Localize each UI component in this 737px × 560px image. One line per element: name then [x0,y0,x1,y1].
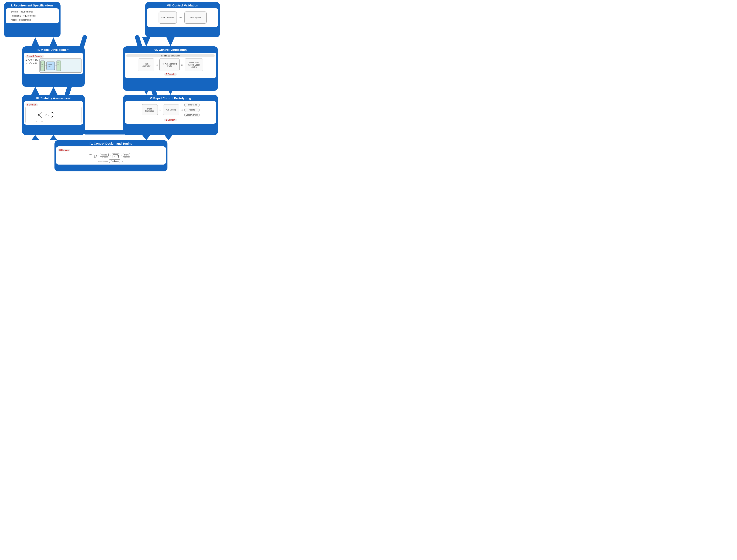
ctrl-output-label: Ctrl output [101,157,107,158]
section-control-verification: VI. Control Verification RT HIL co-simul… [123,46,218,91]
svg-point-39 [48,115,48,115]
svg-text:in 1: in 1 [41,62,43,63]
sec5-local-control: Local Control [184,113,199,117]
sec7-plant-controller: Plant Controller [159,11,177,24]
arrow1: → [97,154,99,157]
section-requirement-specs: I. Requirement Specifications System Req… [4,2,60,37]
sec5-assets: Assets [184,108,199,112]
ref-label: Ref. [89,154,92,155]
svg-text:Model: Model [48,66,50,67]
sec5-ict-models: ICT Models [163,104,179,115]
sec7-content: Plant Controller ⇔ Real System [147,8,218,27]
svg-rect-20 [47,62,55,70]
svg-marker-5 [49,135,57,140]
svg-text:in n: in n [41,66,43,67]
sec5-domain: Z Domain [164,119,177,121]
model-diagram-svg: in 1 in 2 in n System Model out 1 out 2 [40,59,81,73]
sec7-arrow: ⇔ [179,16,182,19]
sec2-title: II. Model Development [22,46,85,53]
sec5-arrow1: ⇔ [159,108,162,112]
req-item-2: Functional Requirements [11,14,57,18]
sec7-diagram: Plant Controller ⇔ Real System [148,10,217,25]
svg-point-32 [39,114,40,115]
control-diagram: Ref. → Σ → Control Ctrl output → [58,152,164,159]
feedback-block: Feedback [109,159,120,163]
svg-marker-3 [49,87,57,95]
delay-block: e⁻ˢᵀ [113,154,119,158]
sec6-arrow1: ⇔ [155,63,158,67]
sec1-title: I. Requirement Specifications [4,2,60,8]
svg-point-44 [53,113,53,114]
sec3-domain: S Domain [25,103,38,106]
disturbance-label: Disturbance [112,153,119,154]
svg-text:Real axis (1/s): Real axis (1/s) [36,121,43,122]
svg-text:out 1: out 1 [57,62,59,63]
svg-marker-10 [166,37,174,46]
sec4-content: S Domain Ref. → Σ → Control Ctrl [56,146,166,165]
sec1-content: System Requirements Functional Requireme… [6,8,59,23]
sec6-rt-ict: RT ICT Network& Traffic [159,58,179,71]
svg-point-31 [40,113,41,114]
sec4-domain: S Domain [58,149,70,151]
feedback-label: Feedback [111,160,119,162]
svg-text:0: 0 [27,114,27,115]
svg-text:in 2: in 2 [41,64,43,65]
arrow4: → [131,154,133,157]
section-stability-assessment: III. Stability Assessment S Domain [22,95,85,135]
plant-output-label: Plant output [123,157,130,158]
sec5-diagram: Plant Controller ⇔ ICT Models ⇔ Power Gr… [126,103,215,117]
svg-marker-6 [164,135,172,140]
svg-marker-7 [142,135,150,140]
sec6-content: RT HIL co-simulation Plant Controller ⇔ … [125,53,216,78]
equation-2: y = Cx + Du [25,62,38,65]
sec2-content: S and Z Domain ẋ = Ax + Bu y = Cx + Du i… [24,53,83,74]
svg-marker-0 [31,37,39,46]
sec5-power-grid: Power Grid [184,103,199,107]
svg-point-36 [41,117,42,118]
sec6-title: VI. Control Verification [123,46,218,53]
sec5-content: Plant Controller ⇔ ICT Models ⇔ Power Gr… [125,101,216,124]
delay-label: e⁻ˢᵀ [114,155,117,157]
svg-point-38 [47,114,47,115]
sec5-plant-controller: Plant Controller [142,104,158,115]
svg-point-33 [38,114,39,116]
svg-marker-1 [49,37,57,46]
sec6-power-grid-assets: Power Grid Assets Local Control [185,58,203,71]
feedback-row: Meas. output Feedback ← [58,159,164,163]
control-block: Control [100,153,108,157]
svg-point-41 [46,116,46,116]
sec7-real-system: Real System [184,11,207,24]
svg-marker-2 [31,87,39,95]
svg-text:out 2: out 2 [57,64,59,65]
sec5-arrow2: ⇔ [180,108,183,112]
section-control-validation: VII. Control Validation Plant Controller… [145,2,220,37]
sec6-diagram: Plant Controller ⇔ RT ICT Network& Traff… [126,58,215,71]
svg-point-34 [39,115,40,116]
sum-label: Σ [94,154,95,157]
meas-output-label: Meas. output [98,160,107,162]
svg-point-40 [49,115,49,116]
sec5-right-col: Power Grid Assets Local Control [184,103,199,117]
svg-point-35 [40,116,41,117]
section-control-design: IV. Control Design and Tuning S Domain R… [54,140,167,171]
sec6-domain: Z Domain [164,73,177,76]
section-model-development: II. Model Development S and Z Domain ẋ =… [22,46,85,87]
req-item-3: Model Requirements [11,18,57,22]
svg-text:System: System [48,64,52,65]
sec4-title: IV. Control Design and Tuning [54,140,167,146]
section-rapid-prototyping: V. Rapid Control Prototyping Plant Contr… [123,95,218,135]
svg-rect-12 [85,132,125,135]
svg-point-37 [46,114,46,115]
svg-point-30 [41,112,42,113]
hil-label: RT HIL co-simulation [126,54,215,57]
sec2-domain: S and Z Domain [25,55,44,58]
stability-plot: 0 Real axis (1/s) Freq. [25,107,81,123]
arrow3: → [120,154,122,157]
sec6-arrow2: ⇔ [181,63,183,67]
sec3-content: S Domain [24,101,83,125]
svg-marker-4 [31,135,39,140]
req-item-1: System Requirements [11,10,57,14]
control-label: Control [101,154,107,156]
requirements-list: System Requirements Functional Requireme… [7,10,57,22]
plant-block: Plant [123,153,130,157]
